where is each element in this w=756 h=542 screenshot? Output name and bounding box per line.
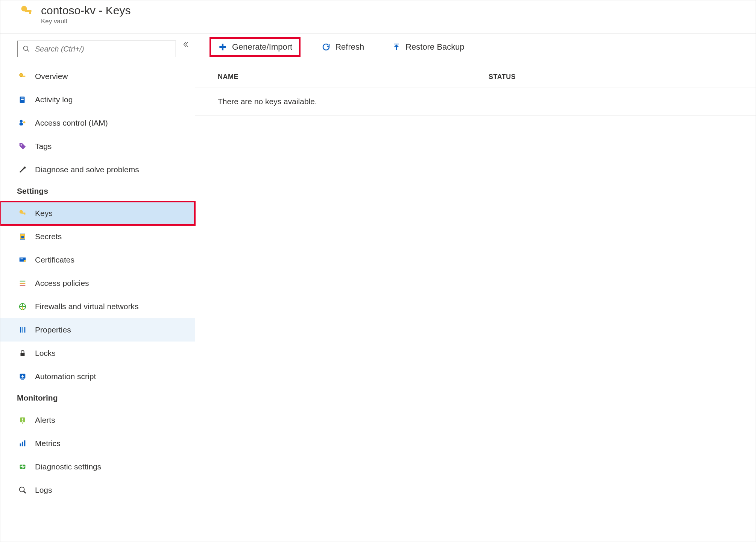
sidebar-item-label: Diagnose and solve problems [35, 165, 139, 174]
sidebar-item-label: Access control (IAM) [35, 118, 108, 128]
svg-rect-17 [24, 213, 26, 215]
wrench-icon [17, 165, 28, 174]
sidebar-item-firewalls[interactable]: Firewalls and virtual networks [0, 295, 195, 318]
sidebar-item-tags[interactable]: Tags [0, 135, 195, 158]
collapse-sidebar-button[interactable] [181, 40, 190, 49]
sidebar-item-label: Keys [35, 209, 53, 218]
sidebar-item-label: Secrets [35, 232, 62, 241]
svg-rect-19 [21, 236, 24, 238]
toolbar-button-label: Refresh [335, 42, 364, 52]
svg-point-14 [24, 167, 26, 169]
restore-icon [392, 43, 401, 52]
svg-rect-32 [21, 379, 24, 380]
svg-rect-35 [22, 421, 23, 422]
sidebar-item-label: Locks [35, 349, 56, 358]
generate-import-button[interactable]: Generate/Import [209, 37, 301, 57]
sidebar-item-label: Properties [35, 325, 71, 334]
log-icon [17, 96, 28, 104]
nav-group-monitoring: Alerts Metrics Diagnostic settings [0, 406, 195, 502]
sidebar-item-metrics[interactable]: Metrics [0, 432, 195, 455]
sidebar-item-certificates[interactable]: Certificates [0, 248, 195, 272]
nav-group-general: Overview Activity log Access control (IA… [0, 62, 195, 181]
sidebar-item-diagnostic-settings[interactable]: Diagnostic settings [0, 455, 195, 478]
command-bar: Generate/Import Refresh Restore Backup [195, 34, 756, 60]
svg-rect-23 [20, 281, 26, 282]
sidebar-item-activity-log[interactable]: Activity log [0, 88, 195, 111]
sidebar-item-label: Logs [35, 486, 52, 495]
restore-backup-button[interactable]: Restore Backup [385, 37, 471, 57]
sidebar-item-label: Alerts [35, 416, 55, 425]
svg-point-13 [21, 144, 22, 146]
sidebar-item-label: Metrics [35, 439, 61, 448]
nav-heading-settings: Settings [0, 181, 195, 199]
lock-icon [17, 349, 28, 357]
svg-rect-21 [21, 258, 23, 259]
sidebar-item-logs[interactable]: Logs [0, 478, 195, 502]
page-title: contoso-kv - Keys [41, 4, 131, 17]
svg-line-4 [27, 50, 29, 52]
sidebar-item-label: Certificates [35, 255, 74, 264]
svg-line-41 [24, 491, 26, 493]
sidebar-item-label: Access policies [35, 279, 89, 288]
sidebar-search-input[interactable] [17, 41, 176, 57]
sidebar-item-automation-script[interactable]: Automation script [0, 365, 195, 388]
sidebar-item-locks[interactable]: Locks [0, 342, 195, 365]
nav-heading-monitoring: Monitoring [0, 388, 195, 406]
chevron-double-left-icon [182, 41, 189, 48]
metrics-icon [17, 439, 28, 448]
svg-rect-9 [21, 99, 23, 100]
svg-point-3 [24, 46, 28, 51]
svg-rect-2 [29, 11, 31, 14]
toolbar-button-label: Restore Backup [405, 42, 465, 52]
svg-rect-36 [20, 443, 21, 446]
secret-icon [17, 232, 28, 241]
toolbar-button-label: Generate/Import [232, 42, 292, 52]
main-content: Generate/Import Refresh Restore Backup N… [195, 34, 756, 542]
svg-rect-11 [20, 123, 23, 125]
sidebar: Overview Activity log Access control (IA… [0, 34, 195, 542]
firewall-icon [17, 302, 28, 311]
sidebar-item-label: Tags [35, 142, 52, 151]
iam-icon [17, 119, 28, 127]
svg-point-40 [20, 487, 24, 492]
alert-icon [17, 416, 28, 424]
key-vault-icon [17, 4, 35, 18]
sidebar-item-alerts[interactable]: Alerts [0, 408, 195, 432]
svg-rect-30 [21, 353, 25, 356]
sidebar-item-label: Automation script [35, 372, 96, 381]
svg-rect-29 [24, 327, 26, 333]
sidebar-item-secrets[interactable]: Secrets [0, 225, 195, 248]
svg-rect-38 [24, 440, 26, 446]
policies-icon [17, 279, 28, 287]
svg-rect-24 [20, 283, 26, 284]
table-header: NAME STATUS [195, 60, 756, 88]
svg-rect-25 [20, 285, 26, 286]
properties-icon [17, 326, 28, 334]
app-root: contoso-kv - Keys Key vault [0, 0, 756, 542]
sidebar-item-properties[interactable]: Properties [0, 318, 195, 342]
sidebar-item-overview[interactable]: Overview [0, 65, 195, 88]
plus-icon [218, 42, 228, 52]
table-empty-message: There are no keys available. [195, 88, 756, 115]
column-header-name[interactable]: NAME [218, 73, 489, 81]
sidebar-item-keys[interactable]: Keys [0, 202, 195, 225]
sidebar-item-label: Firewalls and virtual networks [35, 302, 138, 311]
page-subtitle: Key vault [41, 18, 131, 25]
sidebar-item-diagnose[interactable]: Diagnose and solve problems [0, 158, 195, 181]
tag-icon [17, 142, 28, 150]
svg-rect-28 [22, 327, 23, 333]
logs-icon [17, 486, 28, 494]
svg-point-22 [24, 260, 26, 262]
svg-rect-6 [22, 76, 25, 77]
svg-rect-27 [20, 327, 21, 333]
refresh-button[interactable]: Refresh [315, 37, 371, 57]
sidebar-item-access-control[interactable]: Access control (IAM) [0, 111, 195, 135]
sidebar-item-label: Overview [35, 72, 68, 81]
column-header-status[interactable]: STATUS [489, 73, 741, 81]
nav-group-settings: Keys Secrets Certificates [0, 199, 195, 388]
svg-rect-34 [22, 418, 23, 421]
svg-point-10 [20, 120, 23, 123]
automation-icon [17, 372, 28, 381]
diag-icon [17, 463, 28, 471]
sidebar-item-access-policies[interactable]: Access policies [0, 272, 195, 295]
